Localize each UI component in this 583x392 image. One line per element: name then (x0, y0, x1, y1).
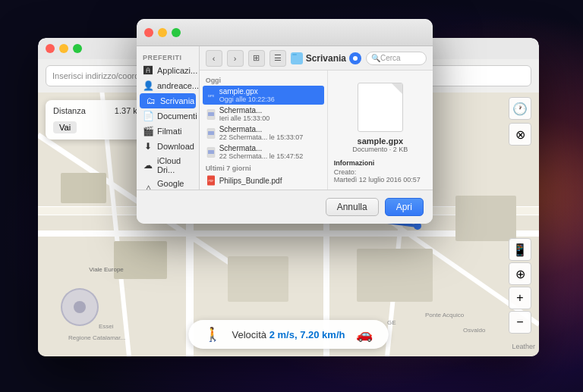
back-button[interactable]: ‹ (206, 50, 222, 67)
preview-info-section: Informazioni Creato: Martedì 12 luglio 2… (334, 159, 427, 183)
path-label: Scrivania (306, 53, 346, 64)
file-icon-pdf: PDF (206, 175, 216, 186)
view-list-button[interactable]: ☰ (269, 50, 286, 67)
sidebar-item-google[interactable]: △ Google D... (137, 177, 199, 190)
path-folder-icon (291, 52, 303, 64)
file-icon-gpx: GPX (206, 90, 216, 101)
phone-icon[interactable]: 📱 (509, 238, 531, 261)
sidebar-item-scrivania[interactable]: 🗂 Scrivania (140, 93, 196, 108)
filename-ss1: Schermata... (219, 106, 270, 114)
leather-label: Leather (512, 343, 535, 350)
scrivania-icon: 🗂 (146, 96, 156, 106)
distance-label: Distanza (53, 106, 86, 115)
sidebar-item-icloud[interactable]: ☁ iCloud Dri... (137, 154, 199, 177)
search-icon: 🔍 (371, 54, 380, 62)
open-button[interactable]: Apri (385, 198, 424, 216)
file-info-ss1: Schermata... Ieri alle 15:33:00 (219, 106, 270, 122)
files-area: Oggi GPX sample.gpx Oggi alle 10:22:36 (200, 71, 433, 190)
file-item-screenshot3[interactable]: Schermata... 22 Schermata... le 15:47:52 (203, 143, 324, 162)
clock-button[interactable]: 🕐 (509, 97, 531, 120)
filedate-ss1: Ieri alle 15:33:00 (219, 114, 270, 122)
svg-rect-14 (357, 249, 433, 302)
svg-text:Ponte Acquico: Ponte Acquico (425, 312, 465, 318)
zoom-out-button[interactable]: − (509, 311, 531, 334)
distance-row: Distanza 1.37 km (53, 106, 144, 115)
google-icon: △ (143, 183, 153, 190)
location-button[interactable]: ⊕ (509, 262, 531, 285)
maximize-button[interactable] (73, 44, 82, 53)
sidebar-label-scrivania: Scrivania (160, 96, 194, 105)
svg-text:Essei: Essei (99, 323, 114, 330)
dialog-footer: Annulla Apri (137, 190, 433, 224)
sidebar-item-andreace[interactable]: 👤 andreace... (137, 78, 199, 93)
filedate-gpx: Oggi alle 10:22:36 (219, 96, 275, 103)
speed-panel: 🚶 Velocità 2 m/s, 7.20 km/h 🚗 (189, 320, 389, 349)
favorites-section-label: Preferiti (137, 49, 199, 63)
compass-button[interactable]: ⊗ (509, 123, 531, 146)
file-open-dialog: Preferiti 🅰 Applicazi... 👤 andreace... 🗂… (137, 19, 433, 224)
file-icon-ss2 (206, 128, 216, 139)
view-grid-button[interactable]: ⊞ (248, 50, 265, 67)
sidebar-label-icloud: iCloud Dri... (157, 156, 193, 174)
dialog-toolbar: ‹ › ⊞ ☰ Scrivania 🔍 Cerca (200, 46, 433, 71)
andreace-icon: 👤 (143, 80, 153, 91)
svg-rect-39 (208, 150, 214, 154)
filmati-icon: 🎬 (143, 126, 153, 136)
file-item-screenshot2[interactable]: Schermata... 22 Schermata... le 15:33:07 (203, 124, 324, 143)
svg-text:Viale Europe: Viale Europe (89, 266, 124, 273)
file-info-gpx: sample.gpx Oggi alle 10:22:36 (219, 87, 275, 103)
file-info-ss2: Schermata... 22 Schermata... le 15:33:07 (219, 125, 304, 141)
last7days-section-header: Ultimi 7 giorni (203, 162, 324, 174)
sidebar-item-download[interactable]: ⬇ Download (137, 139, 199, 154)
documenti-icon: 📄 (143, 111, 153, 121)
current-path: Scrivania (291, 52, 361, 64)
svg-text:Regione Catalamar...: Regione Catalamar... (68, 334, 125, 341)
svg-rect-29 (292, 55, 301, 63)
walk-icon: 🚶 (204, 326, 221, 343)
map-info-panel: Distanza 1.37 km Vai (46, 100, 152, 140)
svg-text:GPX: GPX (207, 94, 214, 98)
preview-file-icon (358, 83, 403, 132)
svg-text:Osvaldo: Osvaldo (463, 327, 486, 334)
close-button[interactable] (46, 44, 55, 53)
dialog-minimize-button[interactable] (158, 28, 167, 37)
dialog-close-button[interactable] (144, 28, 153, 37)
compass-joystick[interactable] (61, 288, 99, 326)
zoom-in-button[interactable]: + (509, 287, 531, 309)
dialog-body: Preferiti 🅰 Applicazi... 👤 andreace... 🗂… (137, 46, 433, 190)
dialog-maximize-button[interactable] (172, 28, 181, 37)
sidebar-item-documenti[interactable]: 📄 Documenti (137, 108, 199, 124)
files-list: Oggi GPX sample.gpx Oggi alle 10:22:36 (200, 71, 328, 190)
dialog-search-input[interactable]: 🔍 Cerca (366, 52, 427, 65)
preview-filename: sample.gpx (358, 136, 404, 146)
svg-rect-13 (114, 241, 167, 279)
minimize-button[interactable] (59, 44, 68, 53)
vai-button[interactable]: Vai (53, 121, 77, 133)
file-info-ss3: Schermata... 22 Schermata... le 15:47:52 (219, 144, 304, 160)
file-item-screenshot1[interactable]: Schermata... Ieri alle 15:33:00 (203, 105, 324, 124)
speed-text: Velocità 2 m/s, 7.20 km/h (232, 329, 345, 340)
file-item-sample-gpx[interactable]: GPX sample.gpx Oggi alle 10:22:36 (203, 86, 324, 105)
filename-gpx: sample.gpx (219, 87, 275, 96)
sidebar-label-andreace: andreace... (157, 81, 199, 90)
filedate-ss3: 22 Schermata... le 15:47:52 (219, 152, 304, 160)
car-icon: 🚗 (356, 326, 373, 343)
svg-rect-15 (455, 196, 516, 241)
svg-point-31 (353, 56, 358, 61)
sidebar-item-applicazioni[interactable]: 🅰 Applicazi... (137, 63, 199, 78)
speed-label: Velocità (232, 329, 267, 340)
applicazioni-icon: 🅰 (143, 65, 153, 76)
svg-rect-35 (208, 112, 214, 116)
dialog-main: ‹ › ⊞ ☰ Scrivania 🔍 Cerca (200, 46, 433, 190)
sidebar-item-filmati[interactable]: 🎬 Filmati (137, 124, 199, 139)
cancel-button[interactable]: Annulla (326, 198, 379, 216)
filedate-ss2: 22 Schermata... le 15:33:07 (219, 133, 304, 141)
sidebar-label-documenti: Documenti (157, 111, 197, 121)
created-label: Creato: (334, 168, 427, 176)
forward-button[interactable]: › (227, 50, 244, 67)
file-icon-ss3 (206, 147, 216, 158)
search-placeholder-text: Cerca (380, 54, 401, 62)
dialog-titlebar (137, 19, 433, 46)
map-top-controls: 🕐 ⊗ (509, 97, 531, 146)
file-item-philips[interactable]: PDF Philips_Bundle.pdf (203, 174, 324, 187)
